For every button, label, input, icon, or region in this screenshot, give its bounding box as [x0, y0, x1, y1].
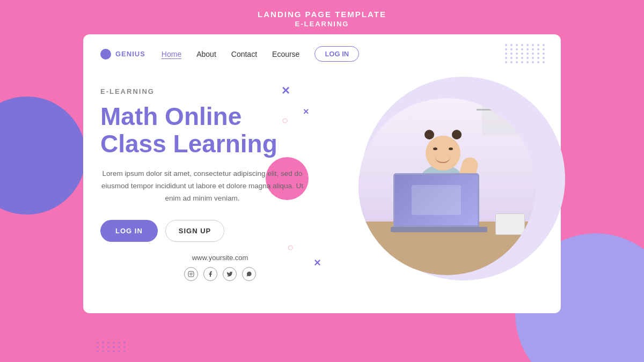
nav-link-home[interactable]: Home: [162, 50, 181, 58]
website-url: www.yoursite.com: [100, 254, 340, 262]
nav-link-contact[interactable]: Contact: [231, 50, 257, 58]
bg-shelf-line: [477, 109, 530, 110]
hero-image-circle: [358, 98, 536, 275]
logo-circle-icon: [100, 49, 111, 60]
hair-bun-left: [425, 130, 434, 139]
person-head: [426, 136, 460, 171]
template-subtitle: E-LEARNING: [258, 20, 386, 28]
girl-scene: [358, 98, 536, 275]
social-icons-row: [100, 267, 340, 281]
bottom-dots-left: [97, 342, 127, 352]
hero-title-line2: Class Learning: [100, 130, 277, 158]
template-title: LANDING PAGE TEMPLATE: [258, 10, 386, 19]
nav-link-ecourse[interactable]: Ecourse: [272, 50, 299, 58]
hero-signup-button[interactable]: SIGN UP: [165, 220, 224, 242]
nav-login-button[interactable]: LOG IN: [314, 46, 359, 62]
facebook-icon[interactable]: [203, 267, 217, 281]
svg-point-1: [190, 273, 192, 275]
hero-buttons: LOG IN SIGN UP: [100, 220, 340, 242]
laptop-base: [391, 227, 487, 232]
hero-login-button[interactable]: LOG IN: [100, 220, 158, 242]
logo-area: GENIUS: [100, 49, 145, 60]
elearning-badge: E-LEARNING: [100, 87, 340, 95]
logo-text: GENIUS: [115, 50, 145, 58]
hero-section: × × ○ × ○ E-LEARNING Math Online Class L…: [83, 71, 561, 302]
whatsapp-icon[interactable]: [242, 267, 256, 281]
laptop-screen: [393, 173, 479, 227]
hero-title: Math Online Class Learning: [100, 103, 340, 157]
hero-right: [350, 87, 544, 286]
bg-shelf: [482, 104, 525, 136]
hero-left: E-LEARNING Math Online Class Learning Lo…: [100, 87, 350, 286]
twitter-icon[interactable]: [223, 267, 237, 281]
nav-links: Home About Contact Ecourse LOG IN: [162, 46, 544, 62]
dots-pattern: [505, 44, 546, 63]
navbar: GENIUS Home About Contact Ecourse LOG IN: [83, 34, 561, 71]
nav-link-about[interactable]: About: [196, 50, 216, 58]
svg-rect-0: [188, 271, 194, 277]
main-card: GENIUS Home About Contact Ecourse LOG IN…: [83, 34, 561, 313]
svg-point-2: [192, 272, 193, 273]
notebook: [495, 213, 525, 235]
hero-description: Lorem ipsum dolor sit amet, consectetur …: [100, 168, 304, 205]
top-label-area: LANDING PAGE TEMPLATE E-LEARNING: [258, 0, 386, 34]
bg-circle-left: [0, 97, 86, 215]
instagram-icon[interactable]: [184, 267, 198, 281]
hair-bun-right: [452, 130, 462, 139]
hero-title-line1: Math Online: [100, 102, 241, 130]
